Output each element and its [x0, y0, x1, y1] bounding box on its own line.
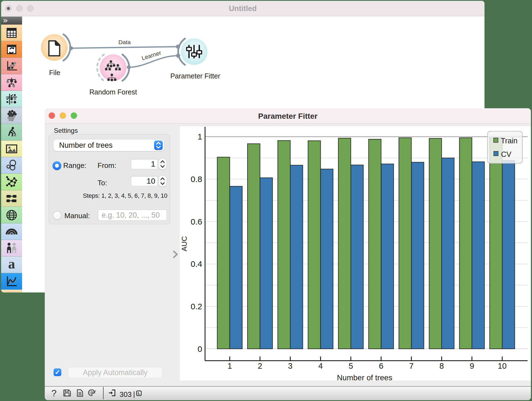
- svg-text:3: 3: [288, 362, 293, 370]
- svg-text:4: 4: [318, 362, 323, 370]
- svg-text:1: 1: [228, 362, 232, 370]
- svg-text:Train: Train: [501, 137, 518, 145]
- svg-text:a: a: [8, 258, 15, 271]
- svg-text:Number of trees: Number of trees: [337, 373, 393, 382]
- svg-text:6: 6: [379, 362, 383, 370]
- svg-text:0: 0: [197, 344, 202, 353]
- svg-text:File: File: [49, 69, 60, 76]
- svg-text:AUC: AUC: [180, 236, 188, 251]
- svg-text:Parameter Fitter: Parameter Fitter: [170, 72, 220, 80]
- svg-text:Random Forest: Random Forest: [89, 88, 137, 96]
- svg-text:Data: Data: [118, 39, 131, 45]
- svg-text:7: 7: [409, 362, 414, 370]
- svg-text:5: 5: [349, 362, 353, 370]
- svg-text:2: 2: [258, 362, 262, 370]
- svg-text:1: 1: [197, 132, 202, 141]
- svg-text:0.4: 0.4: [191, 259, 202, 268]
- svg-text:0.2: 0.2: [191, 302, 202, 311]
- svg-text:CV: CV: [501, 150, 512, 159]
- svg-text:8: 8: [439, 362, 444, 370]
- svg-text:0.8: 0.8: [191, 175, 202, 184]
- svg-text:9: 9: [470, 362, 474, 370]
- svg-text:10: 10: [498, 362, 507, 370]
- svg-text:0.6: 0.6: [191, 217, 202, 226]
